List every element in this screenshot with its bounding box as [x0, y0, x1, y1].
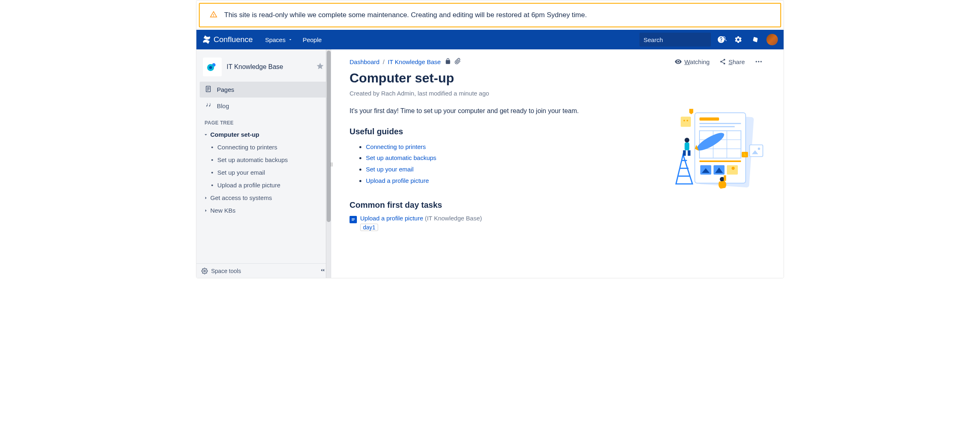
svg-rect-48: [685, 142, 690, 150]
nav-people[interactable]: People: [298, 30, 327, 49]
breadcrumb-space[interactable]: IT Knowledge Base: [388, 58, 441, 65]
page-title: Computer set-up: [350, 71, 765, 86]
attachments-icon[interactable]: [454, 58, 461, 66]
space-logo[interactable]: [203, 58, 222, 76]
doc-icon: [350, 216, 357, 223]
guide-link-printers[interactable]: Connecting to printers: [366, 143, 426, 150]
chevron-down-icon: [288, 36, 293, 43]
tree-node-get-access[interactable]: Get access to systems: [200, 191, 327, 204]
tree-child-connecting-printers[interactable]: • Connecting to printers: [200, 141, 327, 153]
collapse-sidebar-icon[interactable]: [319, 267, 326, 275]
space-header: IT Knowledge Base: [200, 53, 327, 81]
svg-line-10: [722, 62, 724, 63]
tree-label: Upload a profile picture: [217, 182, 280, 189]
share-button[interactable]: Share: [719, 58, 745, 65]
guides-list: Connecting to printers Set up automatic …: [350, 141, 655, 187]
sidebar-blog[interactable]: Blog: [200, 98, 327, 114]
svg-rect-31: [727, 165, 738, 175]
svg-rect-38: [681, 117, 691, 127]
search-box[interactable]: [639, 33, 711, 47]
useful-guides-heading: Useful guides: [350, 127, 655, 136]
scrollbar-thumb[interactable]: [327, 51, 331, 222]
illustration: [671, 106, 765, 231]
settings-icon[interactable]: [731, 33, 745, 47]
page-header: Dashboard / IT Knowledge Base: [350, 58, 765, 66]
svg-point-39: [684, 120, 685, 122]
tree-node-new-kbs[interactable]: New KBs: [200, 204, 327, 217]
svg-line-11: [722, 60, 724, 61]
svg-rect-21: [699, 123, 741, 124]
svg-point-7: [724, 59, 725, 60]
nav-people-label: People: [303, 36, 322, 43]
svg-point-12: [756, 61, 757, 62]
svg-point-6: [204, 270, 205, 272]
guide-link-backups[interactable]: Set up automatic backups: [366, 154, 437, 161]
svg-point-47: [685, 138, 690, 143]
svg-point-1: [209, 66, 212, 69]
search-input[interactable]: [644, 36, 721, 43]
chevron-down-icon[interactable]: [203, 132, 210, 138]
help-icon[interactable]: [714, 33, 728, 47]
bullet-icon: •: [211, 182, 213, 189]
pages-icon: [205, 85, 212, 94]
tree-node-computer-setup[interactable]: Computer set-up: [200, 128, 327, 141]
sidebar-footer: Space tools: [196, 263, 331, 278]
chevron-right-icon[interactable]: [203, 195, 210, 201]
blog-icon: [205, 102, 212, 110]
warning-icon: [209, 10, 218, 20]
intro-text: It's your first day! Time to set up your…: [350, 106, 655, 116]
notifications-icon[interactable]: [748, 33, 762, 47]
more-actions-button[interactable]: [755, 58, 765, 66]
breadcrumb: Dashboard / IT Knowledge Base: [350, 58, 461, 66]
brand-label: Confluence: [214, 35, 253, 44]
avatar[interactable]: [766, 34, 778, 45]
sidebar: IT Knowledge Base Pages Blog: [196, 49, 331, 278]
space-tools-button[interactable]: Space tools: [201, 268, 241, 274]
sidebar-scrollbar[interactable]: [326, 49, 331, 278]
gear-icon: [201, 268, 208, 274]
svg-rect-15: [352, 218, 355, 219]
space-title[interactable]: IT Knowledge Base: [227, 63, 316, 71]
chevron-right-icon[interactable]: [203, 208, 210, 213]
task-space: (IT Knowledge Base): [423, 215, 482, 222]
tree-label: Connecting to printers: [217, 144, 277, 151]
task-link[interactable]: Upload a profile picture: [360, 215, 423, 222]
star-icon[interactable]: [316, 62, 324, 72]
restrictions-icon[interactable]: [445, 58, 451, 66]
guide-link-email[interactable]: Set up your email: [366, 166, 414, 173]
svg-rect-35: [750, 145, 763, 157]
top-nav: Confluence Spaces People: [196, 30, 784, 49]
svg-point-34: [732, 167, 735, 170]
watching-label: Watching: [684, 58, 710, 65]
svg-rect-20: [699, 118, 719, 121]
tree-label: Get access to systems: [210, 194, 272, 201]
tree-child-setup-email[interactable]: • Set up your email: [200, 166, 327, 179]
share-icon: [719, 58, 726, 65]
svg-marker-41: [689, 109, 693, 114]
task-tag[interactable]: day1: [360, 224, 378, 231]
breadcrumb-dashboard[interactable]: Dashboard: [350, 58, 379, 65]
svg-rect-49: [683, 150, 686, 156]
guide-link-profile-picture[interactable]: Upload a profile picture: [366, 177, 429, 184]
tree-label: Set up automatic backups: [217, 156, 288, 163]
svg-point-8: [720, 61, 722, 62]
sidebar-pages-label: Pages: [217, 86, 234, 93]
task-row: Upload a profile picture (IT Knowledge B…: [350, 215, 655, 231]
svg-rect-54: [724, 176, 726, 181]
nav-spaces[interactable]: Spaces: [260, 30, 298, 49]
share-label: Share: [728, 58, 745, 65]
svg-point-14: [760, 61, 762, 62]
svg-point-13: [758, 61, 759, 62]
brand-logo[interactable]: Confluence: [202, 35, 253, 44]
bullet-icon: •: [211, 169, 213, 176]
page-meta: Created by Rach Admin, last modified a m…: [350, 90, 765, 97]
tree-child-automatic-backups[interactable]: • Set up automatic backups: [200, 153, 327, 166]
watching-button[interactable]: Watching: [675, 58, 710, 65]
more-icon: [755, 58, 763, 66]
svg-rect-28: [699, 160, 741, 162]
common-tasks-heading: Common first day tasks: [350, 200, 655, 210]
sidebar-pages[interactable]: Pages: [200, 82, 327, 98]
maintenance-banner: This site is read-only while we complete…: [199, 3, 781, 27]
sidebar-blog-label: Blog: [217, 102, 229, 109]
tree-child-profile-picture[interactable]: • Upload a profile picture: [200, 179, 327, 191]
